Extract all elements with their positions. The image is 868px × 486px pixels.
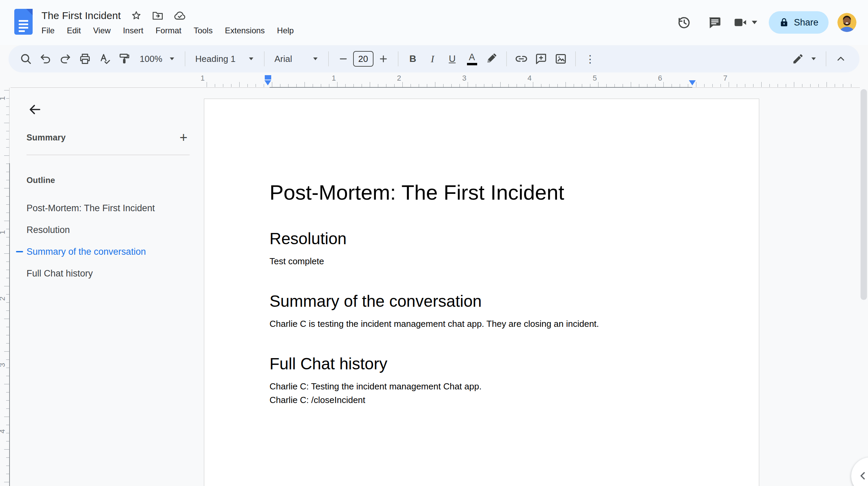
right-indent-marker[interactable] xyxy=(689,80,696,85)
add-summary-button[interactable]: + xyxy=(174,128,193,147)
join-call-button[interactable] xyxy=(733,15,757,30)
lock-icon xyxy=(779,17,789,28)
toolbar-right xyxy=(787,49,851,69)
outline-item-resolution[interactable]: Resolution xyxy=(10,219,195,241)
decrease-font-size-button[interactable] xyxy=(333,49,353,69)
print-button[interactable] xyxy=(75,49,95,69)
horizontal-ruler: 1 1 2 3 4 5 6 7 xyxy=(0,73,868,88)
open-comments-button[interactable] xyxy=(702,10,727,35)
ruler-margin-span xyxy=(9,163,10,486)
font-size-input[interactable]: 20 xyxy=(353,51,374,67)
outline-item-post-mortem[interactable]: Post-Mortem: The First Incident xyxy=(10,197,195,219)
outline-item-summary-of-conversation[interactable]: Summary of the conversation xyxy=(10,241,195,263)
chevron-left-icon xyxy=(857,470,868,482)
ruler-ticks xyxy=(207,82,856,87)
doc-paragraph[interactable]: Charlie C: /closeIncident xyxy=(270,394,692,406)
menu-item-file[interactable]: File xyxy=(35,24,61,37)
ruler-number: 4 xyxy=(527,74,532,83)
move-folder-icon[interactable] xyxy=(152,10,164,22)
increase-font-size-button[interactable] xyxy=(374,49,393,69)
version-history-button[interactable] xyxy=(672,10,696,35)
doc-heading-resolution[interactable]: Resolution xyxy=(270,230,692,248)
doc-heading-summary[interactable]: Summary of the conversation xyxy=(270,292,692,311)
insert-image-icon xyxy=(554,52,568,66)
more-toolbar-options-button[interactable]: ⋮ xyxy=(580,49,600,69)
paint-format-button[interactable] xyxy=(115,49,134,69)
menu-item-view[interactable]: View xyxy=(87,24,117,37)
insert-link-button[interactable] xyxy=(511,49,531,69)
toolbar-separator xyxy=(398,51,398,66)
video-camera-icon xyxy=(733,15,748,30)
active-item-dash-icon xyxy=(16,251,23,252)
text-color-icon: A xyxy=(467,53,477,65)
toolbar-separator xyxy=(328,51,329,66)
redo-button[interactable] xyxy=(55,49,75,69)
close-panel-button[interactable] xyxy=(24,99,46,120)
cloud-saved-icon xyxy=(173,9,186,22)
zoom-select[interactable]: 100% xyxy=(134,49,180,69)
text-color-button[interactable]: A xyxy=(462,49,482,69)
ruler-number: 4 xyxy=(0,429,7,433)
font-value: Arial xyxy=(275,54,292,64)
document-title[interactable]: The First Incident xyxy=(41,10,121,21)
paint-roller-icon xyxy=(118,52,131,65)
font-select[interactable]: Arial xyxy=(269,49,324,69)
star-icon[interactable] xyxy=(131,10,142,21)
add-comment-icon xyxy=(534,52,548,66)
menu-item-help[interactable]: Help xyxy=(271,24,300,37)
menu-item-edit[interactable]: Edit xyxy=(61,24,87,37)
header: The First Incident xyxy=(0,0,868,45)
font-caret-icon xyxy=(313,57,317,60)
video-options-caret-icon xyxy=(752,21,757,24)
doc-paragraph[interactable]: Charlie C: Testing the incident manageme… xyxy=(270,381,692,392)
paragraph-style-select[interactable]: Heading 1 xyxy=(190,49,259,69)
doc-paragraph[interactable]: Charlie C is testing the incident manage… xyxy=(270,318,692,330)
left-indent-marker[interactable] xyxy=(264,75,271,85)
summary-section: Summary + xyxy=(27,128,193,147)
spellcheck-icon xyxy=(98,52,111,65)
menu-item-tools[interactable]: Tools xyxy=(188,24,219,37)
minus-icon xyxy=(338,54,348,64)
bold-icon: B xyxy=(409,53,416,64)
panel-divider xyxy=(27,155,190,155)
undo-button[interactable] xyxy=(36,49,55,69)
toolbar: 100% Heading 1 Arial 20 B I U A xyxy=(8,45,860,72)
italic-icon: I xyxy=(431,53,434,65)
doc-heading-full-chat-history[interactable]: Full Chat history xyxy=(270,355,692,373)
menu-item-insert[interactable]: Insert xyxy=(117,24,150,37)
add-comment-button[interactable] xyxy=(531,49,551,69)
editing-mode-select[interactable] xyxy=(787,49,821,69)
underline-button[interactable]: U xyxy=(442,49,462,69)
italic-button[interactable]: I xyxy=(423,49,442,69)
vertical-scrollbar-thumb[interactable] xyxy=(861,89,867,300)
doc-paragraph[interactable]: Test complete xyxy=(270,255,692,267)
share-button-label: Share xyxy=(794,17,818,28)
menu-item-extensions[interactable]: Extensions xyxy=(219,24,271,37)
share-button[interactable]: Share xyxy=(769,11,829,34)
first-line-indent-marker[interactable] xyxy=(265,75,271,80)
summary-heading: Summary xyxy=(27,133,66,143)
pencil-edit-icon xyxy=(792,53,804,65)
zoom-caret-icon xyxy=(170,57,174,60)
menu-item-format[interactable]: Format xyxy=(150,24,188,37)
plus-icon xyxy=(378,54,388,64)
outline-item-full-chat-history[interactable]: Full Chat history xyxy=(10,263,195,284)
spelling-check-button[interactable] xyxy=(95,49,115,69)
insert-image-button[interactable] xyxy=(551,49,571,69)
toolbar-separator xyxy=(185,51,185,66)
highlight-color-button[interactable] xyxy=(482,49,502,69)
ruler-number: 1 xyxy=(0,230,7,234)
account-avatar[interactable] xyxy=(837,13,856,32)
toolbar-separator xyxy=(264,51,264,66)
show-side-panel-button[interactable] xyxy=(851,457,868,486)
bold-button[interactable]: B xyxy=(403,49,423,69)
ruler-number: 5 xyxy=(593,74,597,83)
search-menus-button[interactable] xyxy=(16,49,36,69)
arrow-back-icon xyxy=(27,102,42,117)
outline-heading: Outline xyxy=(27,175,55,185)
document-page[interactable]: Post-Mortem: The First Incident Resoluti… xyxy=(204,99,759,486)
undo-icon xyxy=(39,52,52,65)
docs-logo-icon[interactable] xyxy=(14,9,33,35)
hide-menus-button[interactable] xyxy=(831,49,851,69)
doc-heading-title[interactable]: Post-Mortem: The First Incident xyxy=(270,181,692,204)
